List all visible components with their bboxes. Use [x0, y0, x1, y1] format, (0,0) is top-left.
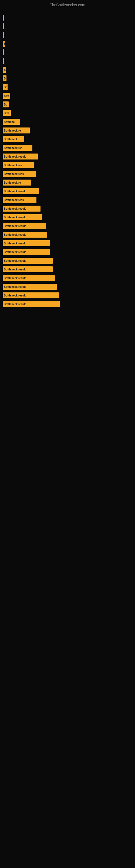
bar-label: Bottleneck resu: [4, 173, 24, 176]
bar-row: B: [3, 66, 132, 73]
bar-row: Bo: [3, 101, 132, 108]
bars-container: BBBBoBottBoBottBottleneBottleneck reBott…: [0, 8, 135, 309]
bar-row: Bottleneck result: [3, 266, 132, 273]
bar-label: Bottleneck result: [4, 242, 26, 245]
bar-row: Bottleneck result: [3, 291, 132, 299]
bar-label: Bottleneck re: [4, 181, 21, 184]
bar-label: Bottleneck result: [4, 225, 26, 227]
bar-item: Bottleneck result: [3, 284, 57, 290]
bar-item: Bottleneck result: [3, 292, 59, 299]
bar-row: B: [3, 74, 132, 82]
bar-item: [3, 50, 4, 55]
bar-row: Bott: [3, 109, 132, 117]
bar-row: [3, 57, 132, 65]
bar-row: [3, 31, 132, 39]
bar-row: Bo: [3, 83, 132, 91]
bar-item: Bottleneck resu: [3, 197, 37, 203]
bar-row: Bottleneck: [3, 135, 132, 143]
bar-row: [3, 49, 132, 56]
bar-item: Bottleneck result: [3, 240, 50, 246]
bar-item: Bottleneck result: [3, 267, 53, 272]
bar-item: Bottleneck result: [3, 301, 60, 307]
bar-row: Bottleneck re: [3, 127, 132, 134]
bar-label: Bottleneck result: [4, 251, 26, 254]
bar-row: Bottleneck result: [3, 248, 132, 256]
bar-item: Bott: [3, 93, 10, 99]
bar-label: B: [4, 68, 6, 71]
bar-label: Bottleneck: [4, 138, 17, 141]
bar-label: Bottleneck result: [4, 303, 26, 306]
bar-item: Bo: [3, 101, 9, 107]
bar-row: [3, 14, 132, 22]
bar-row: Bottlene: [3, 118, 132, 126]
bar-row: Bott: [3, 92, 132, 99]
bar-label: Bo: [4, 86, 7, 89]
bar-row: Bottleneck result: [3, 222, 132, 230]
bar-label: Bottleneck res: [4, 164, 22, 167]
bar-row: Bottleneck result: [3, 257, 132, 265]
bar-row: Bottleneck result: [3, 283, 132, 290]
bar-item: B: [3, 75, 6, 82]
bar-item: Bottleneck result: [3, 188, 39, 194]
bar-item: Bott: [3, 110, 11, 116]
bar-label: Bottleneck result: [4, 190, 26, 193]
bar-item: Bottleneck: [3, 136, 24, 142]
bar-row: Bottleneck res: [3, 161, 132, 169]
bar-item: [3, 14, 4, 21]
bar-label: Bottleneck result: [4, 285, 26, 288]
bar-item: B: [3, 41, 5, 46]
bar-item: Bottleneck result: [3, 275, 55, 281]
bar-label: Bottleneck re: [4, 129, 21, 132]
bar-label: Bo: [4, 103, 7, 106]
bar-item: Bottleneck result: [3, 206, 41, 212]
bar-row: Bottleneck result: [3, 231, 132, 239]
bar-item: Bo: [3, 84, 8, 90]
site-title: TheBottlenecker.com: [0, 0, 135, 8]
bar-label: Bottleneck result: [4, 294, 26, 297]
bar-label: Bottleneck result: [4, 207, 26, 210]
bar-label: Bottleneck result: [4, 268, 26, 271]
bar-row: Bottleneck re: [3, 179, 132, 186]
bar-item: [3, 32, 4, 38]
bar-item: [3, 58, 4, 64]
bar-row: Bottleneck resu: [3, 170, 132, 178]
bar-item: Bottleneck result: [3, 258, 53, 264]
bar-item: Bottleneck res: [3, 162, 34, 168]
bar-row: Bottleneck result: [3, 205, 132, 212]
bar-row: [3, 23, 132, 30]
bar-label: Bottleneck result: [4, 233, 26, 236]
bar-item: Bottleneck res: [3, 145, 32, 151]
bar-label: B: [4, 42, 5, 45]
bar-label: Bottleneck res: [4, 147, 22, 150]
bar-item: Bottleneck result: [3, 214, 42, 220]
bar-row: Bottleneck res: [3, 144, 132, 152]
bar-item: B: [3, 67, 6, 73]
bar-item: Bottleneck result: [3, 231, 47, 238]
bar-row: Bottleneck result: [3, 153, 132, 160]
bar-label: Bott: [4, 94, 9, 97]
bar-row: B: [3, 40, 132, 48]
bar-item: Bottleneck result: [3, 249, 50, 255]
bar-label: Bottleneck result: [4, 259, 26, 262]
bar-item: Bottleneck result: [3, 223, 46, 229]
bar-label: B: [4, 77, 6, 80]
bar-label: Bott: [4, 112, 9, 115]
bar-row: Bottleneck result: [3, 274, 132, 282]
bar-item: [3, 23, 4, 29]
bar-label: Bottleneck result: [4, 155, 26, 158]
bar-label: Bottlene: [4, 120, 14, 123]
bar-row: Bottleneck result: [3, 240, 132, 247]
bar-item: Bottleneck result: [3, 154, 38, 159]
bar-label: Bottleneck result: [4, 216, 26, 219]
bar-row: Bottleneck result: [3, 214, 132, 221]
bar-item: Bottleneck resu: [3, 171, 36, 177]
bar-item: Bottleneck re: [3, 180, 31, 186]
bar-item: Bottleneck re: [3, 127, 30, 133]
bar-row: Bottleneck resu: [3, 196, 132, 204]
bar-row: Bottleneck result: [3, 187, 132, 195]
bar-row: Bottleneck result: [3, 300, 132, 308]
bar-label: Bottleneck resu: [4, 198, 24, 202]
bar-item: Bottlene: [3, 119, 20, 125]
bar-label: Bottleneck result: [4, 277, 26, 280]
